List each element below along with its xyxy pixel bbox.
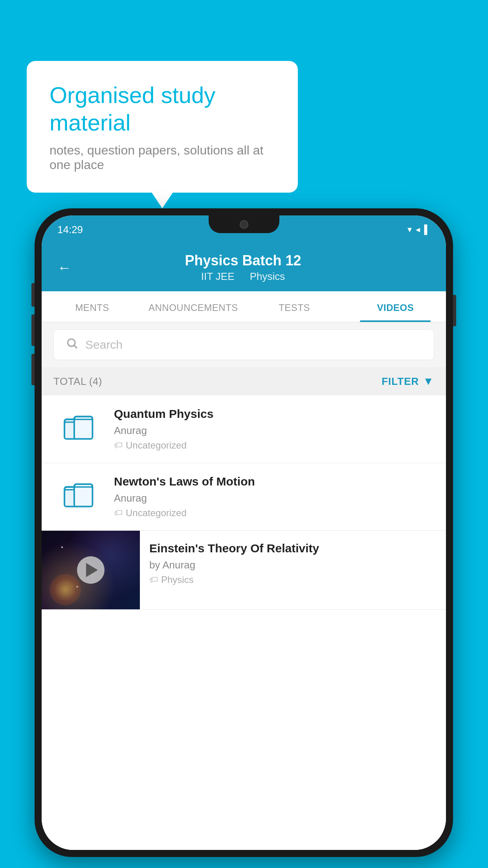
battery-icon: ▌ <box>424 224 430 235</box>
subtitle-physics: Physics <box>250 270 285 282</box>
status-time: 14:29 <box>57 224 83 236</box>
phone-screen: 14:29 ▾ ◂ ▌ ← Physics Batch 12 <box>42 215 446 850</box>
filter-label: FILTER <box>382 375 419 388</box>
signal-icon: ◂ <box>416 224 420 235</box>
tab-announcements[interactable]: ANNOUNCEMENTS <box>143 291 244 322</box>
speech-bubble: Organised study material notes, question… <box>27 61 298 193</box>
speech-bubble-card: Organised study material notes, question… <box>27 61 298 193</box>
phone: 14:29 ▾ ◂ ▌ ← Physics Batch 12 <box>35 208 453 857</box>
svg-rect-5 <box>74 419 92 439</box>
volume-down-button <box>31 354 35 385</box>
video-list: Quantum Physics Anurag 🏷 Uncategorized <box>42 395 446 850</box>
tag-icon: 🏷 <box>114 440 123 451</box>
status-bar: 14:29 ▾ ◂ ▌ <box>42 215 446 244</box>
video-title: Einstein's Theory Of Relativity <box>149 542 436 555</box>
status-icons: ▾ ◂ ▌ <box>407 224 430 235</box>
search-container: Search <box>42 322 446 367</box>
search-icon <box>66 337 78 353</box>
video-tag: 🏷 Uncategorized <box>114 508 434 519</box>
notch <box>209 215 279 233</box>
header-title: Physics Batch 12 <box>81 252 405 269</box>
total-count: TOTAL (4) <box>53 375 102 388</box>
tag-label: Uncategorized <box>126 508 187 519</box>
tag-icon: 🏷 <box>114 508 123 518</box>
tab-videos[interactable]: VIDEOS <box>345 291 446 322</box>
svg-rect-9 <box>74 487 92 507</box>
play-button[interactable] <box>77 556 105 584</box>
video-details: Quantum Physics Anurag 🏷 Uncategorized <box>114 407 434 451</box>
tag-icon: 🏷 <box>149 575 158 585</box>
back-button[interactable]: ← <box>57 259 72 276</box>
video-tag: 🏷 Uncategorized <box>114 440 434 451</box>
video-details: Einstein's Theory Of Relativity by Anura… <box>140 531 446 596</box>
tag-label: Physics <box>161 574 194 585</box>
filter-icon: ▼ <box>423 375 434 388</box>
wifi-icon: ▾ <box>407 224 412 235</box>
video-title: Quantum Physics <box>114 407 434 421</box>
tag-label: Uncategorized <box>126 440 187 451</box>
tab-ments[interactable]: MENTS <box>42 291 143 322</box>
play-icon <box>86 563 98 577</box>
header-title-area: Physics Batch 12 IIT JEE Physics <box>81 252 405 283</box>
volume-up-button <box>31 314 35 346</box>
bubble-title: Organised study material <box>50 81 275 136</box>
search-bar[interactable]: Search <box>53 329 434 360</box>
header-subtitle: IIT JEE Physics <box>81 270 405 283</box>
video-details: Newton's Laws of Motion Anurag 🏷 Uncateg… <box>114 475 434 519</box>
video-tag: 🏷 Physics <box>149 574 436 585</box>
tab-tests[interactable]: TESTS <box>244 291 345 322</box>
list-item[interactable]: Einstein's Theory Of Relativity by Anura… <box>42 531 446 610</box>
power-button <box>453 295 456 326</box>
video-author: Anurag <box>114 425 434 437</box>
list-item[interactable]: Newton's Laws of Motion Anurag 🏷 Uncateg… <box>42 463 446 531</box>
camera <box>240 220 248 229</box>
video-folder-icon <box>53 408 105 451</box>
search-placeholder: Search <box>85 338 123 351</box>
filter-bar: TOTAL (4) FILTER ▼ <box>42 367 446 395</box>
video-folder-icon <box>53 475 105 519</box>
app-header: ← Physics Batch 12 IIT JEE Physics <box>42 244 446 291</box>
video-title: Newton's Laws of Motion <box>114 475 434 488</box>
filter-button[interactable]: FILTER ▼ <box>382 375 434 388</box>
subtitle-iitjee: IIT JEE <box>201 270 235 282</box>
video-author: by Anurag <box>149 559 436 571</box>
svg-line-1 <box>74 346 77 348</box>
phone-outer: 14:29 ▾ ◂ ▌ ← Physics Batch 12 <box>35 208 453 857</box>
mute-button <box>31 283 35 307</box>
bubble-subtitle: notes, question papers, solutions all at… <box>50 143 275 172</box>
video-thumbnail <box>42 531 140 609</box>
tabs-bar: MENTS ANNOUNCEMENTS TESTS VIDEOS <box>42 291 446 322</box>
video-author: Anurag <box>114 492 434 504</box>
list-item[interactable]: Quantum Physics Anurag 🏷 Uncategorized <box>42 395 446 463</box>
app-content: ← Physics Batch 12 IIT JEE Physics <box>42 244 446 850</box>
